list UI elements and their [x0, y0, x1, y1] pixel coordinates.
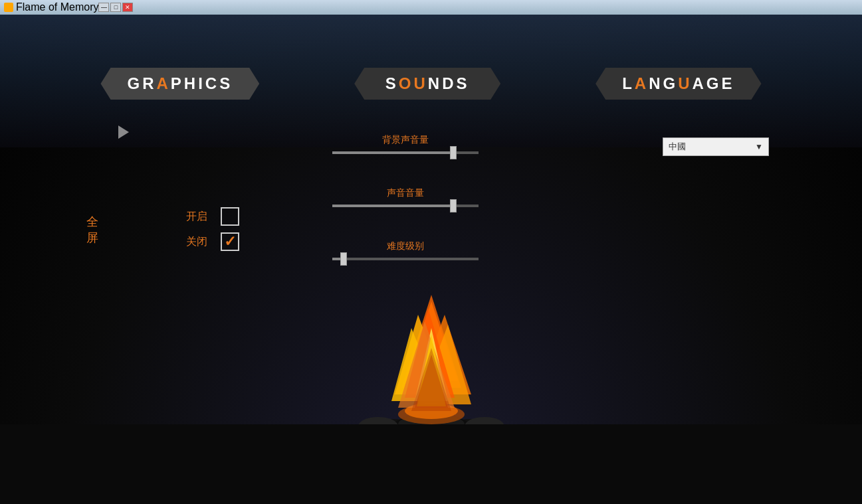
- voice-volume-row: 声音音量: [279, 187, 532, 207]
- ground-area: [0, 424, 862, 504]
- language-panel: 中國 ▼: [663, 137, 796, 156]
- window-controls: — □ ✕: [98, 3, 133, 12]
- bg-volume-thumb[interactable]: [450, 146, 457, 159]
- bg-volume-track[interactable]: [332, 151, 479, 154]
- difficulty-row: 难度级别: [279, 240, 532, 260]
- fullscreen-on-label: 开启: [186, 210, 213, 224]
- voice-volume-thumb[interactable]: [450, 199, 457, 212]
- tab-sounds-label: SOUNDS: [385, 74, 470, 92]
- fullscreen-off-label: 关闭: [186, 235, 213, 249]
- language-selected-value: 中國: [669, 141, 686, 153]
- tab-language-label: LANGUAGE: [622, 74, 734, 92]
- bg-volume-fill: [332, 151, 457, 154]
- settings-tabs: GRAPHICS SOUNDS LANGUAGE: [0, 68, 862, 100]
- maximize-button[interactable]: □: [110, 3, 121, 12]
- voice-volume-label: 声音音量: [279, 187, 532, 199]
- bg-volume-row: 背景声音量: [279, 134, 532, 154]
- dropdown-arrow-icon: ▼: [755, 142, 763, 151]
- campfire-visual: [338, 262, 524, 448]
- fullscreen-off-row: 关闭: [186, 232, 239, 251]
- fullscreen-label: 全屏: [86, 214, 98, 246]
- difficulty-label: 难度级别: [279, 240, 532, 252]
- fullscreen-on-checkbox[interactable]: [221, 207, 239, 226]
- bg-volume-label: 背景声音量: [279, 134, 532, 146]
- titlebar: Flame of Memory — □ ✕: [0, 0, 862, 15]
- cursor-arrow-icon: [118, 126, 129, 139]
- voice-volume-fill: [332, 205, 457, 207]
- minimize-button[interactable]: —: [98, 3, 109, 12]
- fullscreen-off-checkbox[interactable]: [221, 232, 239, 251]
- tab-graphics-label: GRAPHICS: [127, 74, 233, 92]
- voice-volume-track[interactable]: [332, 205, 479, 207]
- fullscreen-on-row: 开启: [186, 207, 239, 226]
- language-dropdown[interactable]: 中國 ▼: [663, 137, 769, 156]
- tab-sounds[interactable]: SOUNDS: [354, 68, 500, 100]
- window-title: Flame of Memory: [16, 1, 98, 13]
- difficulty-track[interactable]: [332, 258, 479, 260]
- close-button[interactable]: ✕: [122, 3, 133, 12]
- tab-graphics[interactable]: GRAPHICS: [100, 68, 259, 100]
- fullscreen-options: 开启 关闭: [186, 207, 239, 251]
- app-icon: [4, 3, 13, 12]
- main-content: GRAPHICS SOUNDS LANGUAGE 全屏 开启: [0, 15, 862, 504]
- tab-language[interactable]: LANGUAGE: [595, 68, 761, 100]
